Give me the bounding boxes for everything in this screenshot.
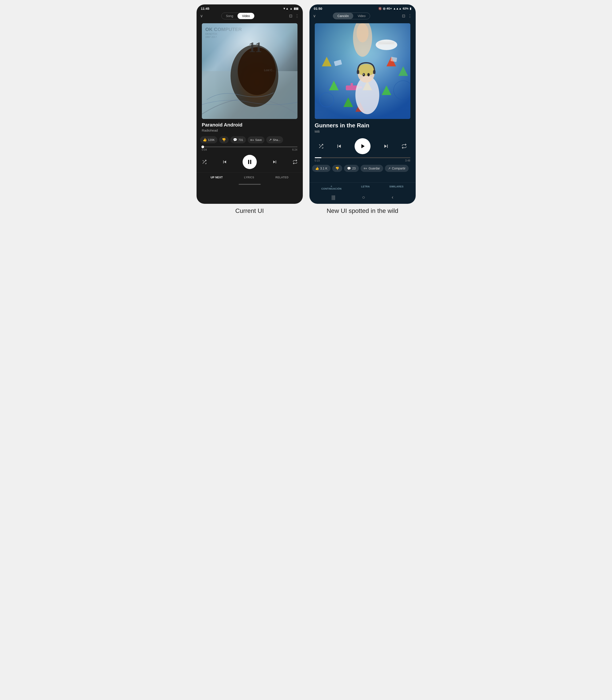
bottom-tabs-left: UP NEXT LYRICS RELATED: [197, 173, 303, 183]
svg-point-21: [357, 23, 368, 42]
save-button-left[interactable]: ≡+ Save: [248, 136, 264, 143]
new-ui-wrapper: 01:50 🔇 ◎ 4G+ ▲▲▲ 62% ▮ ∨ Canción Video: [309, 4, 416, 214]
signal-icon-right: ▲▲▲: [393, 7, 402, 10]
prev-btn-left[interactable]: [222, 159, 227, 165]
song-artist-left: Radiohead: [202, 129, 297, 132]
progress-current-right: 0:15: [315, 159, 320, 162]
svg-point-27: [363, 74, 364, 75]
svg-rect-28: [357, 70, 359, 74]
progress-times-right: 0:15 3:48: [315, 159, 411, 162]
share-button-right[interactable]: ↗ Compartir: [385, 165, 408, 172]
battery-icon-right: ▮: [410, 7, 411, 10]
comment-icon-right: 💬: [347, 166, 351, 170]
share-icon-left: ↗: [269, 138, 272, 142]
dislike-button-left[interactable]: 👎: [219, 136, 228, 143]
shuffle-btn-right[interactable]: [318, 144, 324, 149]
progress-section-right[interactable]: 0:15 3:48: [309, 156, 416, 163]
progress-track-left[interactable]: [202, 146, 297, 147]
chevron-down-left[interactable]: ∨: [200, 14, 203, 18]
album-svg: 11 Lost C...: [202, 23, 297, 119]
next-btn-left[interactable]: [272, 159, 278, 165]
top-nav-right: ∨ Canción Video ⊡ ⋮: [309, 12, 416, 21]
song-info-right: Gunners in the Rain Mili: [309, 122, 416, 136]
more-icon-right[interactable]: ⋮: [408, 14, 412, 18]
battery-percent-right: 62%: [403, 7, 408, 10]
tab-group-left: Song Video: [221, 13, 254, 19]
time-left: 11:45: [201, 6, 209, 10]
mute-icon-right: 🔇: [378, 7, 382, 10]
comment-button-right[interactable]: 💬 23: [344, 165, 359, 172]
comment-button-left[interactable]: 💬 731: [231, 136, 246, 143]
progress-track-right[interactable]: [315, 157, 411, 158]
tab-song-right[interactable]: Canción: [333, 13, 353, 19]
like-icon-left: 👍: [203, 138, 207, 142]
tab-similares[interactable]: SIMILARES: [389, 185, 403, 190]
svg-text:Lost C...: Lost C...: [264, 68, 275, 72]
tab-lyrics-left[interactable]: LYRICS: [244, 176, 254, 179]
time-right: 01:50: [314, 6, 322, 10]
save-button-right[interactable]: ≡+ Guardar: [361, 165, 383, 172]
tab-related-left[interactable]: RELATED: [275, 176, 288, 179]
status-bar-left: 11:45 ▼▲ ▲ ▮▮▮: [197, 4, 303, 12]
anime-svg: [315, 23, 411, 119]
save-icon-right: ≡+: [364, 166, 367, 170]
action-row-right: 👍 3.1 K 👎 💬 23 ≡+ Guardar ↗ Compartir: [309, 163, 416, 174]
tab-up-next-left[interactable]: UP NEXT: [210, 176, 223, 179]
battery-icon-left: ▮▮▮: [294, 7, 298, 10]
like-button-right[interactable]: 👍 3.1 K: [312, 165, 331, 172]
repeat-btn-left[interactable]: [293, 160, 297, 164]
wifi-icon-left: ▲: [290, 7, 293, 10]
tab-video-left[interactable]: Video: [237, 13, 254, 19]
progress-fill-right: [315, 157, 321, 158]
shuffle-btn-left[interactable]: [202, 160, 207, 164]
prev-btn-right[interactable]: [336, 143, 343, 149]
album-art-left: OK COMPUTER OKNOTOK 1997 2017.: [202, 23, 297, 119]
svg-point-26: [367, 73, 370, 77]
current-ui-wrapper: 11:45 ▼▲ ▲ ▮▮▮ ∨ Song Video ⊡ ⋮: [197, 4, 303, 214]
tab-letra[interactable]: LETRA: [361, 185, 370, 190]
android-home-btn[interactable]: ○: [362, 194, 365, 200]
dislike-icon-right: 👎: [335, 166, 339, 170]
next-btn-right[interactable]: [383, 143, 389, 149]
repeat-btn-right[interactable]: [402, 144, 407, 149]
like-count-left: 120K: [208, 138, 215, 142]
left-phone: 11:45 ▼▲ ▲ ▮▮▮ ∨ Song Video ⊡ ⋮: [197, 4, 303, 204]
comment-count-left: 731: [238, 138, 243, 142]
progress-times-left: 0:04 6:24: [202, 148, 297, 151]
top-nav-icons-right: ⊡ ⋮: [402, 14, 412, 18]
android-back-btn[interactable]: ‹: [392, 194, 393, 200]
progress-section-left[interactable]: 0:04 6:24: [197, 145, 303, 153]
comment-icon-left: 💬: [233, 138, 237, 142]
android-menu-btn[interactable]: |||: [332, 194, 335, 200]
status-icons-left: ▼▲ ▲ ▮▮▮: [283, 7, 298, 10]
tab-video-right[interactable]: Video: [353, 13, 370, 19]
label-new-ui: New UI spotted in the wild: [327, 207, 399, 214]
share-button-left[interactable]: ↗ Sha...: [266, 136, 283, 143]
svg-rect-18: [351, 83, 353, 86]
like-button-left[interactable]: 👍 120K: [200, 136, 217, 143]
progress-thumb-left: [201, 146, 204, 148]
song-info-left: Paranoid Android Radiohead: [197, 122, 303, 134]
dislike-icon-left: 👎: [222, 138, 226, 142]
tab-song-left[interactable]: Song: [222, 13, 238, 19]
progress-total-right: 3:48: [405, 159, 410, 162]
play-pause-btn-left[interactable]: [242, 155, 257, 169]
album-art-container-right: [309, 21, 416, 122]
tab-group-right: Canción Video: [333, 13, 370, 19]
network-icon-right: 4G+: [387, 7, 392, 10]
cast-icon-left[interactable]: ⊡: [289, 14, 292, 18]
label-current-ui: Current UI: [235, 207, 264, 214]
play-btn-right[interactable]: [354, 138, 371, 154]
chevron-down-right[interactable]: ∨: [313, 14, 316, 18]
progress-fill-left: [202, 146, 203, 147]
like-count-right: 3.1 K: [320, 166, 328, 170]
top-nav-left: ∨ Song Video ⊡ ⋮: [197, 12, 303, 21]
save-icon-left: ≡+: [250, 138, 254, 142]
cast-icon-right[interactable]: ⊡: [402, 14, 405, 18]
dislike-button-right[interactable]: 👎: [332, 165, 342, 172]
gps-icon-right: ◎: [383, 7, 385, 10]
controls-row-right: [309, 136, 416, 156]
status-bar-right: 01:50 🔇 ◎ 4G+ ▲▲▲ 62% ▮: [309, 4, 416, 12]
more-icon-left[interactable]: ⋮: [295, 14, 299, 18]
tab-a-continuacion[interactable]: A CONTINUACIÓN: [321, 185, 342, 190]
